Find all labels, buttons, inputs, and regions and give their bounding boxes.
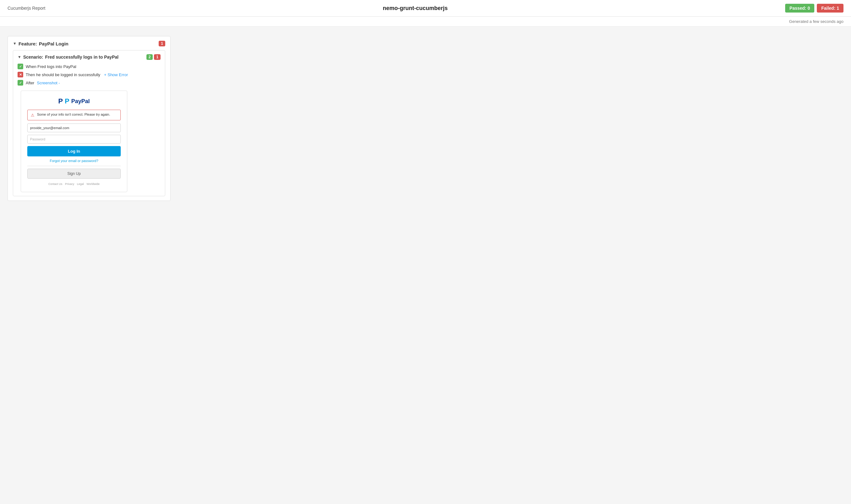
footer-contact-link[interactable]: Contact Us [48,182,63,185]
step-text-3: After [26,80,34,85]
step-pass-icon-1 [18,64,23,69]
feature-header-left: ▼ Feature: PayPal Login [13,41,68,47]
step-pass-icon-3 [18,80,23,86]
feature-chevron-icon[interactable]: ▼ [13,41,17,46]
footer-privacy-link[interactable]: Privacy [65,182,74,185]
step-item-2: Then he should be logged in successfully… [18,72,161,77]
paypal-forgot-link[interactable]: Forgot your email or password? [50,159,99,163]
scenario-block: ▼ Scenario: Fred successfully logs in to… [13,50,165,196]
paypal-login-button[interactable]: Log In [27,146,121,157]
step-list: When Fred logs into PayPal Then he shoul… [18,64,161,86]
generated-text: Generated a few seconds ago [789,19,844,24]
badge-failed: Failed: 1 [817,4,844,13]
paypal-p-icon-1: P [58,97,63,105]
feature-label: Feature: [18,41,37,47]
paypal-password-input[interactable] [27,135,121,144]
scenario-badges: 2 1 [146,54,161,60]
feature-header: ▼ Feature: PayPal Login 1 [13,41,165,47]
paypal-forgot-section: Forgot your email or password? [27,159,121,163]
step-item-1: When Fred logs into PayPal [18,64,161,69]
step-item-3: After Screenshot - [18,80,161,86]
paypal-brand-text: PayPal [71,98,90,105]
scenario-pass-count: 2 [146,54,153,60]
page-title: nemo-grunt-cucumberjs [383,5,448,12]
step-fail-icon-2 [18,72,23,77]
step-text-1: When Fred logs into PayPal [26,64,76,69]
scenario-fail-count: 1 [154,54,161,60]
feature-count-badge: 1 [159,41,165,47]
show-error-link[interactable]: + Show Error [104,72,128,77]
step-text-2: Then he should be logged in successfully [26,72,100,77]
generated-line: Generated a few seconds ago [0,17,851,26]
footer-worldwide-link[interactable]: Worldwide [87,182,100,185]
scenario-header: ▼ Scenario: Fred successfully logs in to… [18,54,161,60]
scenario-chevron-icon[interactable]: ▼ [18,55,21,59]
paypal-p-icon-2: P [65,97,69,105]
screenshot-link[interactable]: Screenshot - [37,80,60,85]
scenario-header-left: ▼ Scenario: Fred successfully logs in to… [18,55,119,59]
badge-passed: Passed: 0 [785,4,814,13]
paypal-logo: PP PayPal [58,97,90,105]
header-badges: Passed: 0 Failed: 1 [785,4,844,13]
header: Cucumberjs Report nemo-grunt-cucumberjs … [0,0,851,17]
paypal-screenshot: PP PayPal ⚠ Some of your info isn't corr… [21,91,127,192]
scenario-name: Fred successfully logs in to PayPal [45,55,119,59]
main-content: ▼ Feature: PayPal Login 1 ▼ Scenario: Fr… [0,26,851,210]
feature-name: PayPal Login [39,41,68,47]
scenario-label: Scenario: [23,55,43,59]
paypal-divider [27,166,121,166]
footer-legal-link[interactable]: Legal [77,182,84,185]
paypal-logo-area: PP PayPal [27,97,121,105]
alert-icon: ⚠ [31,113,35,118]
paypal-error-alert: ⚠ Some of your info isn't correct. Pleas… [27,110,121,120]
paypal-signup-button[interactable]: Sign Up [27,169,121,179]
paypal-email-input[interactable] [27,124,121,132]
paypal-error-message: Some of your info isn't correct. Please … [37,112,110,116]
feature-block: ▼ Feature: PayPal Login 1 ▼ Scenario: Fr… [7,36,171,201]
app-title: Cucumberjs Report [7,6,46,11]
paypal-footer: Contact Us Privacy Legal Worldwide [27,182,121,185]
